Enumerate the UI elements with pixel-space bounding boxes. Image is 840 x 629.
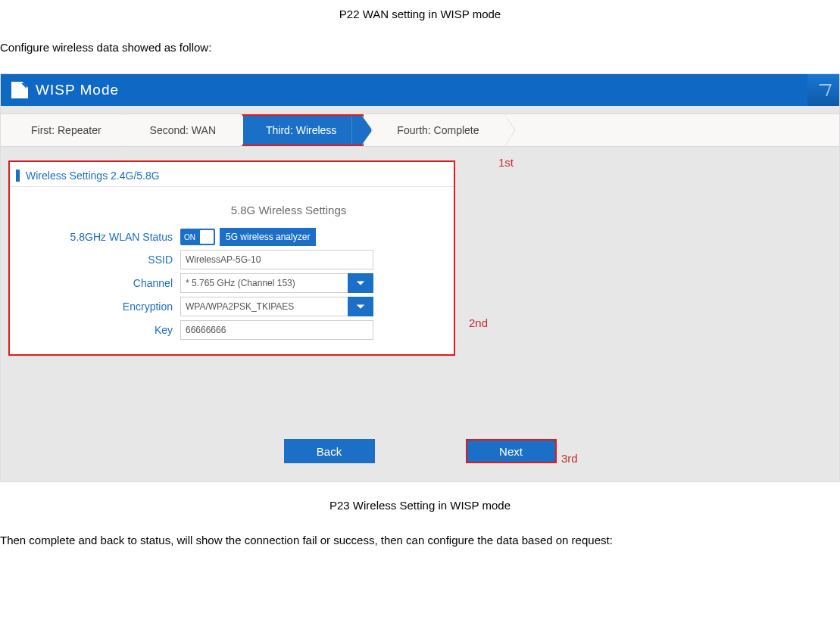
annotation-1st: 1st	[498, 156, 514, 169]
channel-dropdown-icon[interactable]	[348, 273, 373, 293]
label-channel: Channel	[10, 277, 180, 289]
wireless-analyzer-button[interactable]: 5G wireless analyzer	[220, 228, 316, 246]
annotation-2nd: 2nd	[469, 316, 488, 329]
label-key: Key	[10, 324, 180, 336]
wizard-steps: First: Repeater Second: WAN Third: Wirel…	[1, 114, 839, 147]
window-title: WISP Mode	[36, 82, 119, 98]
row-encryption: Encryption	[10, 297, 454, 316]
key-input[interactable]	[180, 320, 373, 340]
panel-sub-heading: 5.8G Wireless Settings	[10, 193, 454, 224]
wizard-step-wireless[interactable]: Third: Wireless	[243, 116, 362, 145]
label-wlan-status: 5.8GHz WLAN Status	[10, 231, 180, 243]
outro-text: Then complete and back to status, will s…	[0, 519, 840, 562]
titlebar-right-button[interactable]	[807, 74, 839, 106]
next-button[interactable]: Next	[467, 441, 555, 462]
label-ssid: SSID	[10, 254, 180, 266]
intro-text: Configure wireless data showed as follow…	[0, 26, 840, 69]
panel-title-text: Wireless Settings 2.4G/5.8G	[26, 170, 160, 182]
encryption-value[interactable]	[180, 297, 348, 316]
ssid-input[interactable]	[180, 250, 373, 269]
panel-title: Wireless Settings 2.4G/5.8G	[10, 167, 454, 187]
row-wlan-status: 5.8GHz WLAN Status ON 5G wireless analyz…	[10, 228, 454, 246]
row-ssid: SSID	[10, 250, 454, 269]
annotation-3rd: 3rd	[561, 452, 578, 465]
wizard-step-repeater[interactable]: First: Repeater	[8, 114, 127, 146]
next-button-highlight: Next	[466, 439, 557, 463]
row-channel: Channel	[10, 273, 454, 293]
label-encryption: Encryption	[10, 300, 180, 313]
wireless-settings-panel: Wireless Settings 2.4G/5.8G 5.8G Wireles…	[8, 160, 455, 356]
screenshot-container: WISP Mode First: Repeater Second: WAN Th…	[0, 73, 840, 482]
channel-select[interactable]	[180, 273, 373, 293]
app-logo-icon	[11, 82, 28, 98]
wizard-step-complete[interactable]: Fourth: Complete	[374, 114, 504, 146]
row-key: Key	[10, 320, 454, 340]
wlan-status-toggle[interactable]: ON	[180, 229, 215, 245]
channel-value[interactable]	[180, 273, 348, 293]
wizard-step-wan[interactable]: Second: WAN	[127, 114, 242, 146]
window-title-bar: WISP Mode	[1, 74, 839, 106]
wizard-step-wireless-highlight: Third: Wireless	[242, 114, 364, 146]
caption-p22: P22 WAN setting in WISP mode	[0, 0, 840, 26]
back-button[interactable]: Back	[284, 439, 375, 463]
nav-buttons-row: Back Next	[1, 422, 839, 481]
encryption-select[interactable]	[180, 297, 373, 316]
caption-p23: P23 Wireless Setting in WISP mode	[0, 482, 840, 519]
encryption-dropdown-icon[interactable]	[348, 297, 373, 316]
panel-title-bar-icon	[16, 170, 20, 182]
